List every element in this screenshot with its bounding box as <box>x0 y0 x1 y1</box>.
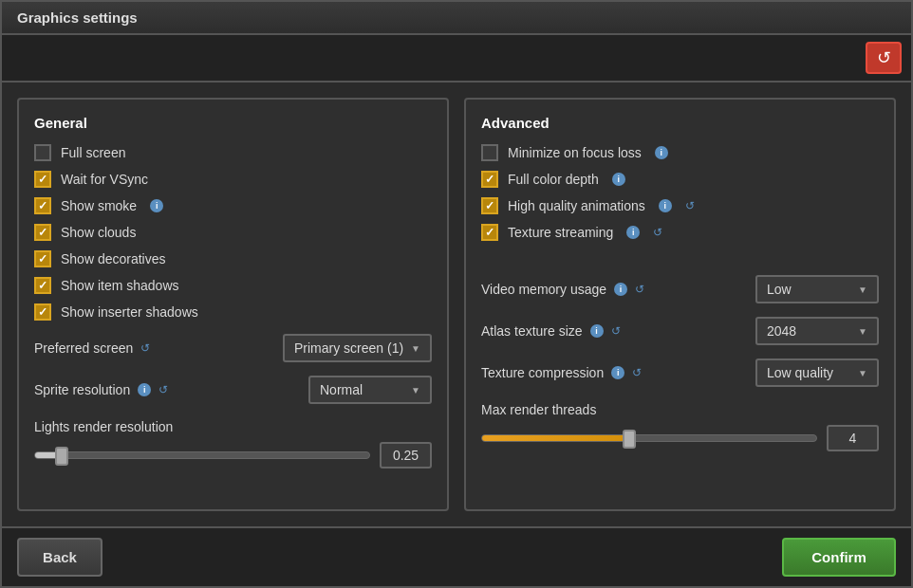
preferred-screen-dropdown[interactable]: Primary screen (1) ▼ <box>283 334 432 362</box>
texture-compression-info-icon[interactable]: i <box>611 366 624 379</box>
footer: Back Confirm <box>2 526 911 586</box>
sprite-resolution-label: Sprite resolution i ↺ <box>34 382 170 397</box>
checkbox-smoke: Show smoke i <box>34 197 432 214</box>
checkbox-minimize-focus: Minimize on focus loss i <box>481 144 879 161</box>
lights-render-label: Lights render resolution <box>34 419 432 434</box>
texture-compression-dropdown[interactable]: Low quality ▼ <box>755 358 879 387</box>
hq-anim-refresh-icon[interactable]: ↺ <box>683 199 697 212</box>
atlas-texture-info-icon[interactable]: i <box>590 324 604 338</box>
preferred-screen-arrow-icon: ▼ <box>411 343 420 354</box>
minimize-focus-info-icon[interactable]: i <box>655 146 668 159</box>
lights-render-value: 0.25 <box>380 442 432 469</box>
tex-stream-refresh-icon[interactable]: ↺ <box>651 226 664 239</box>
full-color-label: Full color depth <box>508 172 599 187</box>
minimize-focus-label: Minimize on focus loss <box>508 145 642 160</box>
window-title: Graphics settings <box>17 9 138 26</box>
advanced-panel: Advanced Minimize on focus loss i Full c… <box>464 98 896 511</box>
clouds-checkbox[interactable] <box>34 224 51 241</box>
fullscreen-checkbox[interactable] <box>34 144 51 161</box>
title-bar: Graphics settings <box>2 2 911 35</box>
smoke-label: Show smoke <box>61 198 137 213</box>
inserter-shadows-label: Show inserter shadows <box>61 304 198 320</box>
tex-stream-checkbox[interactable] <box>481 224 498 241</box>
checkbox-clouds: Show clouds <box>34 224 432 241</box>
decoratives-checkbox[interactable] <box>34 250 51 267</box>
preferred-screen-label: Preferred screen ↺ <box>34 340 152 356</box>
tex-stream-info-icon[interactable]: i <box>626 226 640 239</box>
lights-render-slider-thumb[interactable] <box>55 447 68 466</box>
lights-render-row: Lights render resolution 0.25 <box>34 419 432 469</box>
max-render-threads-slider-fill <box>482 435 632 441</box>
checkbox-tex-stream: Texture streaming i ↺ <box>481 224 879 241</box>
checkbox-inserter-shadows: Show inserter shadows <box>34 303 432 321</box>
vsync-label: Wait for VSync <box>61 172 148 187</box>
tex-stream-label: Texture streaming <box>508 225 613 240</box>
sprite-resolution-refresh-icon[interactable]: ↺ <box>157 383 170 396</box>
max-render-threads-slider-track[interactable] <box>481 434 817 442</box>
confirm-button[interactable]: Confirm <box>782 538 896 577</box>
checkbox-vsync: Wait for VSync <box>34 171 432 188</box>
reset-button[interactable]: ↺ <box>866 42 902 74</box>
video-memory-dropdown[interactable]: Low ▼ <box>755 275 879 303</box>
preferred-screen-row: Preferred screen ↺ Primary screen (1) ▼ <box>34 334 432 362</box>
content-area: General Full screen Wait for VSync Show … <box>2 83 911 526</box>
preferred-screen-refresh-icon[interactable]: ↺ <box>139 341 152 355</box>
texture-compression-row: Texture compression i ↺ Low quality ▼ <box>481 358 879 387</box>
texture-compression-arrow-icon: ▼ <box>858 368 867 378</box>
lights-render-slider-track[interactable] <box>34 451 370 459</box>
atlas-texture-dropdown[interactable]: 2048 ▼ <box>755 317 879 345</box>
advanced-title: Advanced <box>481 115 879 131</box>
full-color-checkbox[interactable] <box>481 171 498 188</box>
checkbox-fullscreen: Full screen <box>34 144 432 161</box>
smoke-checkbox[interactable] <box>34 197 51 214</box>
vsync-checkbox[interactable] <box>34 171 51 188</box>
video-memory-info-icon[interactable]: i <box>614 283 627 296</box>
fullscreen-label: Full screen <box>61 145 125 160</box>
max-render-threads-value: 4 <box>827 425 879 451</box>
video-memory-arrow-icon: ▼ <box>858 285 867 295</box>
lights-render-slider-container: 0.25 <box>34 442 432 469</box>
atlas-texture-arrow-icon: ▼ <box>858 326 867 337</box>
video-memory-label: Video memory usage i ↺ <box>481 282 646 297</box>
max-render-threads-label: Max render threads <box>481 402 879 417</box>
max-render-threads-slider-thumb[interactable] <box>623 430 636 449</box>
clouds-label: Show clouds <box>61 225 136 240</box>
hq-anim-checkbox[interactable] <box>481 197 498 214</box>
item-shadows-checkbox[interactable] <box>34 277 51 294</box>
sprite-resolution-dropdown[interactable]: Normal ▼ <box>308 376 432 404</box>
video-memory-row: Video memory usage i ↺ Low ▼ <box>481 275 879 303</box>
checkbox-hq-anim: High quality animations i ↺ <box>481 197 879 214</box>
video-memory-refresh-icon[interactable]: ↺ <box>633 283 646 296</box>
max-render-threads-slider-container: 4 <box>481 425 879 451</box>
smoke-info-icon[interactable]: i <box>150 199 163 212</box>
graphics-settings-window: Graphics settings ↺ General Full screen … <box>0 0 913 588</box>
texture-compression-refresh-icon[interactable]: ↺ <box>630 366 643 379</box>
item-shadows-label: Show item shadows <box>61 278 179 293</box>
toolbar: ↺ <box>2 35 911 83</box>
decoratives-label: Show decoratives <box>61 251 166 266</box>
general-title: General <box>34 115 432 131</box>
general-panel: General Full screen Wait for VSync Show … <box>17 98 449 511</box>
sprite-resolution-arrow-icon: ▼ <box>411 385 420 395</box>
minimize-focus-checkbox[interactable] <box>481 144 498 161</box>
sprite-resolution-info-icon[interactable]: i <box>138 383 151 396</box>
inserter-shadows-checkbox[interactable] <box>34 303 51 321</box>
texture-compression-label: Texture compression i ↺ <box>481 365 643 380</box>
checkbox-decoratives: Show decoratives <box>34 250 432 267</box>
full-color-info-icon[interactable]: i <box>612 173 625 186</box>
hq-anim-info-icon[interactable]: i <box>659 199 672 212</box>
checkbox-item-shadows: Show item shadows <box>34 277 432 294</box>
hq-anim-label: High quality animations <box>508 198 645 213</box>
max-render-threads-row: Max render threads 4 <box>481 402 879 451</box>
back-button[interactable]: Back <box>17 538 102 577</box>
checkbox-full-color: Full color depth i <box>481 171 879 188</box>
sprite-resolution-row: Sprite resolution i ↺ Normal ▼ <box>34 376 432 404</box>
atlas-texture-label: Atlas texture size i ↺ <box>481 323 623 339</box>
atlas-texture-refresh-icon[interactable]: ↺ <box>609 324 623 338</box>
atlas-texture-row: Atlas texture size i ↺ 2048 ▼ <box>481 317 879 345</box>
